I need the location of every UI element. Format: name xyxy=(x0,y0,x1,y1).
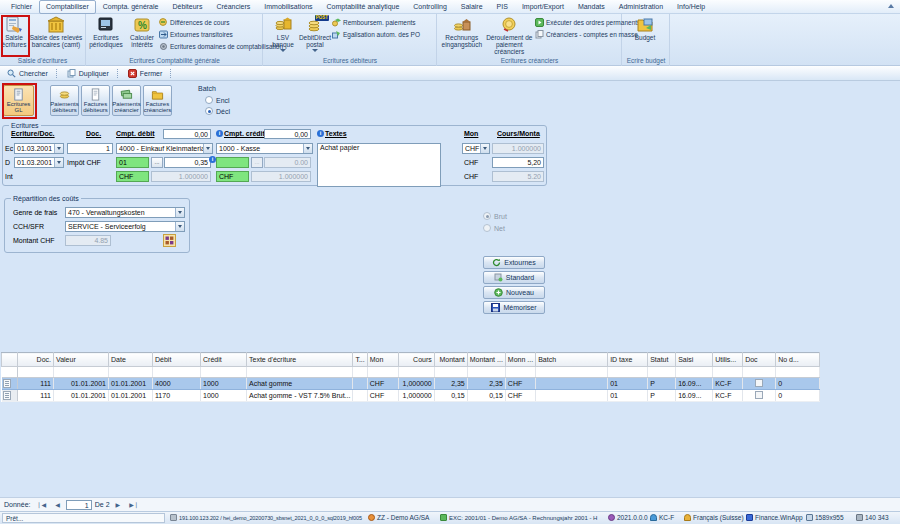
menu-fichier[interactable]: Fichier xyxy=(4,1,39,13)
dropdown-button[interactable] xyxy=(54,158,63,167)
textes-box[interactable]: Achat papier xyxy=(317,143,441,187)
menu-mandats[interactable]: Mandats xyxy=(571,1,612,13)
radio-brut[interactable] xyxy=(483,212,491,220)
col-montant2[interactable]: Montant ... xyxy=(467,353,505,367)
chercher-button[interactable]: Chercher xyxy=(3,68,52,79)
col-t[interactable]: T... xyxy=(353,353,367,367)
fermer-button[interactable]: Fermer xyxy=(124,68,167,79)
dupliquer-button[interactable]: Dupliquer xyxy=(63,68,113,79)
tab-paiements-creancier[interactable]: Paiements créancier xyxy=(112,85,141,116)
radio-encl[interactable] xyxy=(205,96,213,104)
brut-option[interactable]: Brut xyxy=(483,212,507,220)
ecritures-periodiques-button[interactable]: Ecritures périodiques xyxy=(87,15,125,48)
col-no-d[interactable]: No d... xyxy=(776,353,820,367)
record-number-input[interactable]: 1 xyxy=(66,500,92,510)
doc-checkbox[interactable] xyxy=(755,379,763,387)
dropdown-button[interactable] xyxy=(54,144,63,153)
first-record-button[interactable]: ❘◀ xyxy=(33,500,49,509)
radio-decl[interactable] xyxy=(205,107,213,115)
col-date[interactable]: Date xyxy=(109,353,153,367)
col-mon[interactable]: Mon xyxy=(367,353,398,367)
last-record-button[interactable]: ▶❘ xyxy=(126,500,142,509)
budget-button[interactable]: Budget xyxy=(623,15,667,41)
dropdown-button[interactable] xyxy=(303,144,312,153)
extournes-transitoires-button[interactable]: Extournes transitoires xyxy=(159,29,261,40)
tax-lookup-button[interactable]: ... xyxy=(151,157,163,168)
tab-factures-debiteurs[interactable]: Factures débiteurs xyxy=(81,85,110,116)
filter-row[interactable] xyxy=(2,367,820,378)
executer-ordres-button[interactable]: Exécuter des ordres permanents xyxy=(535,17,621,28)
radio-net[interactable] xyxy=(483,224,491,232)
net-option[interactable]: Net xyxy=(483,224,505,232)
batch-encl-option[interactable]: Encl xyxy=(205,96,230,104)
col-monn[interactable]: Monn ... xyxy=(505,353,535,367)
menu-comptabiliser[interactable]: Comptabiliser xyxy=(39,0,96,14)
saisie-ecritures-button[interactable]: Saisie écritures xyxy=(0,15,28,48)
table-row[interactable]: 111 01.01.2001 01.01.2001 4000 1000 Acha… xyxy=(2,378,820,390)
nouveau-button[interactable]: Nouveau xyxy=(483,286,545,299)
col-credit[interactable]: Crédit xyxy=(201,353,247,367)
dropdown-button[interactable] xyxy=(203,144,212,153)
col-texte[interactable]: Texte d'écriture xyxy=(247,353,353,367)
col-valeur[interactable]: Valeur xyxy=(54,353,109,367)
debit-account-combo[interactable]: 4000 - Einkauf Kleinmaterial xyxy=(116,143,213,154)
mon-combo[interactable]: CHF xyxy=(462,143,490,154)
col-doc[interactable]: Doc. xyxy=(18,353,54,367)
creanciers-masse-button[interactable]: Créanciers - comptes en masse xyxy=(535,29,621,40)
col-saisi[interactable]: Saisi xyxy=(676,353,713,367)
repartition-detail-button[interactable] xyxy=(163,234,176,247)
cch-sfr-combo[interactable]: SERVICE - Serviceerfolg xyxy=(65,221,185,232)
menu-debiteurs[interactable]: Débiteurs xyxy=(165,1,209,13)
dropdown-button[interactable] xyxy=(175,222,184,231)
date-ec-combo[interactable]: 01.03.2001 xyxy=(14,143,64,154)
tab-factures-creanciers[interactable]: Factures créanciers xyxy=(143,85,172,116)
tax-code-credit-field[interactable] xyxy=(216,157,249,168)
date-d-combo[interactable]: 01.03.2001 xyxy=(14,157,64,168)
col-debit[interactable]: Débit xyxy=(153,353,201,367)
menu-immobilisations[interactable]: Immobilisations xyxy=(257,1,319,13)
menu-controlling[interactable]: Controlling xyxy=(406,1,453,13)
differences-cours-button[interactable]: Différences de cours xyxy=(159,17,261,28)
menu-compta-generale[interactable]: Compta. générale xyxy=(96,1,166,13)
memoriser-button[interactable]: Mémoriser xyxy=(483,301,545,314)
ecritures-domaines-button[interactable]: Ecritures domaines de comptabilisation xyxy=(159,41,261,52)
deroulement-paiement-button[interactable]: Déroulement de paiement créanciers xyxy=(484,15,535,55)
standard-button[interactable]: Standard xyxy=(483,271,545,284)
col-id-taxe[interactable]: ID taxe xyxy=(608,353,648,367)
rechnungs-eingangsbuch-button[interactable]: Rechnungs eingangsbuch xyxy=(440,15,484,48)
batch-decl-option[interactable]: Décl xyxy=(205,107,230,115)
cours-field-2[interactable]: 5,20 xyxy=(492,157,544,168)
col-montant[interactable]: Montant xyxy=(434,353,467,367)
menu-pis[interactable]: PIS xyxy=(490,1,515,13)
col-statut[interactable]: Statut xyxy=(648,353,676,367)
lsv-banque-button[interactable]: LSV banque xyxy=(268,15,298,52)
debitdirect-button[interactable]: POST DebitDirect postal xyxy=(298,15,332,52)
dropdown-button[interactable] xyxy=(175,208,184,217)
egalisation-button[interactable]: Egalisation autom. des PO xyxy=(332,29,432,40)
saisie-releves-button[interactable]: Saisie des relevés bancaires (camt) xyxy=(28,15,84,48)
menu-administration[interactable]: Administration xyxy=(612,1,670,13)
col-cours[interactable]: Cours xyxy=(398,353,434,367)
menu-import-export[interactable]: Import/Export xyxy=(515,1,571,13)
doc-checkbox[interactable] xyxy=(755,391,763,399)
dropdown-button[interactable] xyxy=(480,144,489,153)
menu-comptabilite-analytique[interactable]: Comptabilité analytique xyxy=(320,1,407,13)
tax-code-debit-field[interactable]: 01 xyxy=(116,157,149,168)
calculer-interets-button[interactable]: % Calculer intérêts xyxy=(125,15,159,48)
genre-frais-combo[interactable]: 470 - Verwaltungskosten xyxy=(65,207,185,218)
tab-ecritures-gl[interactable]: Ecritures GL xyxy=(3,85,34,116)
extournes-button[interactable]: Extournes xyxy=(483,256,545,269)
tab-paiements-debiteurs[interactable]: Paiements débiteurs xyxy=(50,85,79,116)
tax-amount-debit-field[interactable]: 0,35 xyxy=(164,157,211,168)
menu-info-help[interactable]: Info/Help xyxy=(670,1,712,13)
credit-account-combo[interactable]: 1000 - Kasse xyxy=(216,143,313,154)
col-batch[interactable]: Batch xyxy=(536,353,608,367)
next-record-button[interactable]: ▶ xyxy=(113,500,124,509)
menu-creanciers[interactable]: Créanciers xyxy=(209,1,257,13)
table-row[interactable]: 111 01.01.2001 01.01.2001 1170 1000 Acha… xyxy=(2,390,820,402)
prev-record-button[interactable]: ◀ xyxy=(52,500,63,509)
col-doc-check[interactable]: Doc xyxy=(743,353,776,367)
menu-salaire[interactable]: Salaire xyxy=(454,1,490,13)
col-utilis[interactable]: Utilis... xyxy=(713,353,743,367)
collapse-ribbon-icon[interactable] xyxy=(888,4,894,8)
